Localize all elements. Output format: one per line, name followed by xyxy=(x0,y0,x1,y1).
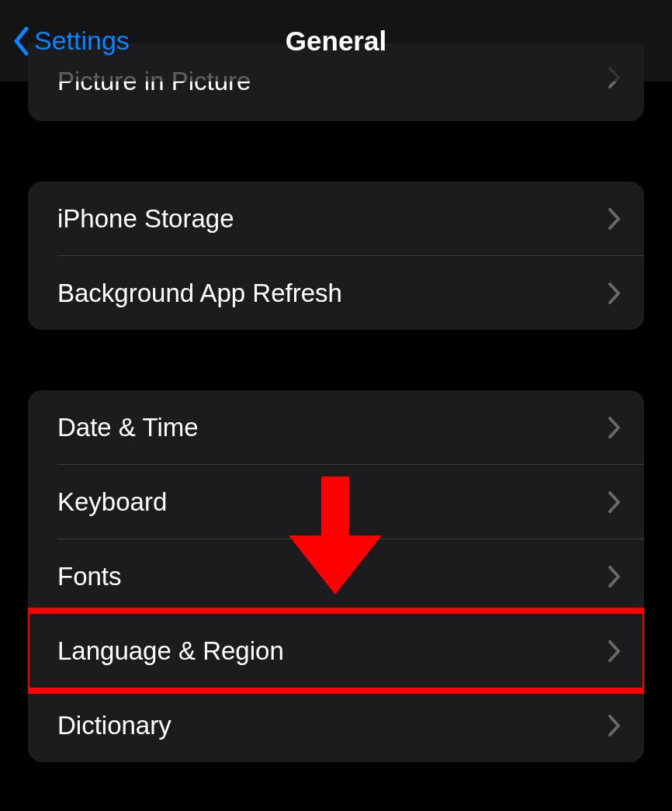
row-background-app-refresh[interactable]: Background App Refresh xyxy=(28,256,644,330)
row-label: iPhone Storage xyxy=(57,204,234,234)
chevron-right-icon xyxy=(608,491,621,513)
chevron-right-icon xyxy=(608,640,621,662)
chevron-right-icon xyxy=(608,715,621,736)
row-keyboard[interactable]: Keyboard xyxy=(28,465,644,539)
row-label: Dictionary xyxy=(57,711,171,740)
chevron-left-icon xyxy=(12,26,29,56)
row-label: Keyboard xyxy=(57,487,167,517)
row-fonts[interactable]: Fonts xyxy=(28,539,644,613)
chevron-right-icon xyxy=(608,208,621,230)
settings-group-storage: iPhone Storage Background App Refresh xyxy=(28,182,644,330)
row-label: Language & Region xyxy=(57,636,284,666)
row-language-region[interactable]: Language & Region xyxy=(28,614,644,688)
chevron-right-icon xyxy=(608,282,621,304)
row-label: Background App Refresh xyxy=(57,279,342,308)
row-dictionary[interactable]: Dictionary xyxy=(28,688,644,762)
row-date-time[interactable]: Date & Time xyxy=(28,390,644,464)
settings-group-locale: Date & Time Keyboard Fonts Language & Re… xyxy=(28,390,644,762)
chevron-right-icon xyxy=(608,417,621,438)
nav-header: Settings General xyxy=(0,0,672,81)
row-label: Fonts xyxy=(57,562,122,591)
back-label: Settings xyxy=(34,26,130,56)
row-label: Date & Time xyxy=(57,413,199,442)
row-iphone-storage[interactable]: iPhone Storage xyxy=(28,182,644,255)
chevron-right-icon xyxy=(608,566,621,587)
back-button[interactable]: Settings xyxy=(12,26,130,56)
